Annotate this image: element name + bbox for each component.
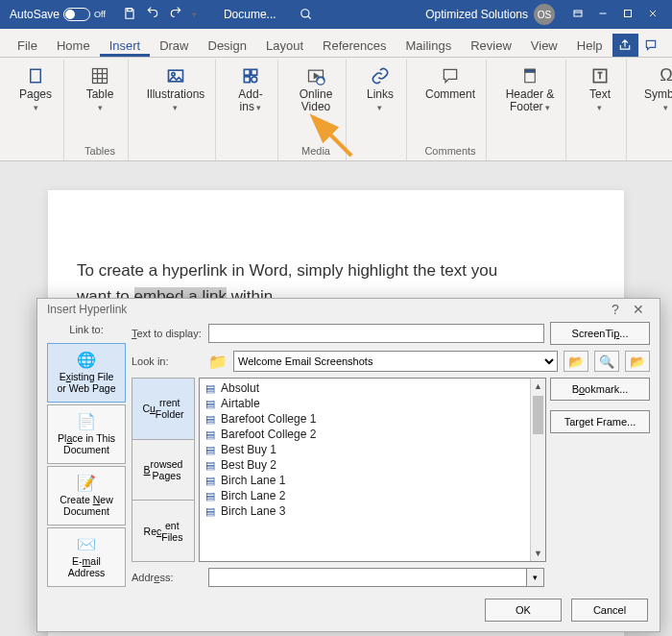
group-label-comments: Comments bbox=[424, 145, 475, 160]
file-icon: ▤ bbox=[204, 504, 217, 518]
ribbon-display-icon[interactable] bbox=[572, 8, 584, 22]
text-icon bbox=[590, 65, 610, 86]
list-item[interactable]: ▤Best Buy 2 bbox=[204, 457, 541, 473]
scroll-down-icon[interactable]: ▼ bbox=[531, 546, 545, 561]
customize-dropdown-icon[interactable]: ▾ bbox=[192, 10, 197, 19]
comments-button[interactable] bbox=[638, 34, 664, 57]
linkto-email[interactable]: ✉️ E-mailAddress bbox=[47, 527, 126, 587]
link-to-label: Link to: bbox=[47, 322, 126, 341]
tab-references[interactable]: References bbox=[313, 33, 396, 57]
svg-rect-10 bbox=[244, 77, 250, 83]
symbols-icon: Ω bbox=[660, 65, 672, 86]
table-icon bbox=[90, 65, 109, 86]
quick-access-toolbar: ▾ bbox=[111, 7, 208, 23]
list-item[interactable]: ▤Barefoot College 1 bbox=[204, 411, 541, 427]
illustrations-button[interactable]: Illustrations▾ bbox=[142, 61, 209, 119]
browse-file-button[interactable]: 📂 bbox=[625, 351, 650, 372]
svg-line-17 bbox=[315, 119, 351, 156]
list-item[interactable]: ▤Birch Lane 2 bbox=[204, 488, 541, 503]
bookmark-button[interactable]: Bookmark... bbox=[550, 378, 650, 401]
save-icon[interactable] bbox=[123, 7, 136, 23]
autosave-toggle[interactable]: AutoSave Off bbox=[4, 8, 111, 21]
maximize-icon[interactable] bbox=[622, 8, 634, 22]
address-dropdown-icon[interactable]: ▾ bbox=[527, 568, 544, 587]
open-folder-icon: 📂 bbox=[630, 355, 645, 369]
tab-home[interactable]: Home bbox=[47, 33, 100, 57]
list-item[interactable]: ▤Birch Lane 1 bbox=[204, 473, 541, 488]
svg-rect-5 bbox=[93, 69, 108, 84]
tab-help[interactable]: Help bbox=[567, 33, 612, 57]
svg-point-11 bbox=[252, 77, 257, 83]
file-list[interactable]: ▤Absolut ▤Airtable ▤Barefoot College 1 ▤… bbox=[199, 378, 546, 562]
look-in-select[interactable]: Welcome Email Screenshots bbox=[233, 351, 558, 372]
text-button[interactable]: Text▾ bbox=[580, 61, 620, 119]
share-button[interactable] bbox=[612, 34, 638, 57]
tab-review[interactable]: Review bbox=[461, 33, 521, 57]
scroll-thumb[interactable] bbox=[533, 396, 543, 434]
ok-button[interactable]: OK bbox=[485, 599, 562, 622]
file-icon: ▤ bbox=[204, 381, 217, 395]
tab-insert[interactable]: Insert bbox=[100, 33, 151, 57]
online-video-button[interactable]: Online Video bbox=[292, 61, 340, 119]
up-one-level-button[interactable]: 📂 bbox=[564, 351, 588, 372]
browse-web-button[interactable]: 🔍 bbox=[594, 351, 619, 372]
svg-rect-15 bbox=[525, 69, 536, 72]
tab-file[interactable]: File bbox=[8, 33, 47, 57]
search-icon bbox=[300, 8, 313, 21]
user-account[interactable]: Optimized Solutions OS bbox=[418, 4, 563, 25]
file-icon: ▤ bbox=[204, 428, 217, 441]
current-folder-tab[interactable]: CurrentFolder bbox=[132, 379, 194, 440]
scrollbar[interactable]: ▲ ▼ bbox=[530, 379, 545, 561]
linkto-existing-file[interactable]: 🌐 Existing Fileor Web Page bbox=[47, 343, 126, 403]
group-label-tables: Tables bbox=[84, 145, 115, 160]
target-frame-button[interactable]: Target Frame... bbox=[550, 410, 650, 433]
links-button[interactable]: Links▾ bbox=[360, 61, 400, 119]
cancel-button[interactable]: Cancel bbox=[571, 599, 648, 622]
table-button[interactable]: Table▾ bbox=[78, 61, 122, 119]
comment-button[interactable]: Comment bbox=[420, 61, 480, 119]
linkto-create-new[interactable]: 📝 Create NewDocument bbox=[47, 466, 126, 526]
svg-rect-3 bbox=[625, 10, 632, 16]
search-button[interactable] bbox=[292, 8, 321, 21]
illustrations-icon bbox=[166, 65, 185, 86]
recent-files-tab[interactable]: RecentFiles bbox=[132, 501, 194, 561]
minimize-icon[interactable] bbox=[597, 8, 609, 22]
svg-rect-9 bbox=[252, 69, 257, 75]
insert-hyperlink-dialog: Insert Hyperlink ? ✕ Link to: 🌐 Existing… bbox=[36, 298, 660, 632]
scroll-up-icon[interactable]: ▲ bbox=[531, 379, 545, 394]
look-in-label: Look in: bbox=[132, 355, 203, 367]
file-icon: ▤ bbox=[204, 474, 217, 487]
address-label: Address: bbox=[132, 572, 203, 583]
symbols-button[interactable]: Ω Symbols▾ bbox=[640, 61, 672, 119]
list-item[interactable]: ▤Best Buy 1 bbox=[204, 442, 541, 457]
close-icon[interactable] bbox=[647, 8, 659, 22]
tab-mailings[interactable]: Mailings bbox=[396, 33, 462, 57]
undo-icon[interactable] bbox=[146, 7, 159, 23]
dialog-close-icon[interactable]: ✕ bbox=[627, 302, 650, 317]
svg-rect-8 bbox=[244, 69, 250, 75]
pages-button[interactable]: Pages▾ bbox=[13, 61, 58, 119]
tab-layout[interactable]: Layout bbox=[256, 33, 313, 57]
screentip-button[interactable]: ScreenTip... bbox=[550, 322, 650, 345]
addins-button[interactable]: Add-ins ▾ bbox=[229, 61, 272, 119]
header-footer-button[interactable]: Header & Footer ▾ bbox=[500, 61, 560, 119]
list-item[interactable]: ▤Birch Lane 3 bbox=[204, 503, 541, 519]
links-icon bbox=[371, 65, 390, 86]
tab-view[interactable]: View bbox=[521, 33, 567, 57]
user-name: Optimized Solutions bbox=[425, 8, 528, 21]
linkto-place-in-document[interactable]: 📄 Place in ThisDocument bbox=[47, 404, 126, 464]
dialog-help-icon[interactable]: ? bbox=[604, 302, 627, 317]
list-item[interactable]: ▤Barefoot College 2 bbox=[204, 427, 541, 442]
list-item[interactable]: ▤Absolut bbox=[204, 380, 541, 396]
file-icon: ▤ bbox=[204, 458, 217, 472]
text-to-display-input[interactable] bbox=[208, 324, 544, 343]
redo-icon[interactable] bbox=[169, 7, 182, 23]
address-input[interactable] bbox=[208, 568, 527, 587]
up-folder-icon: 📂 bbox=[568, 355, 584, 369]
pages-icon bbox=[27, 65, 44, 86]
tab-design[interactable]: Design bbox=[199, 33, 256, 57]
toggle-icon bbox=[63, 8, 90, 21]
tab-draw[interactable]: Draw bbox=[150, 33, 198, 57]
browsed-pages-tab[interactable]: BrowsedPages bbox=[132, 440, 194, 501]
list-item[interactable]: ▤Airtable bbox=[204, 396, 541, 411]
